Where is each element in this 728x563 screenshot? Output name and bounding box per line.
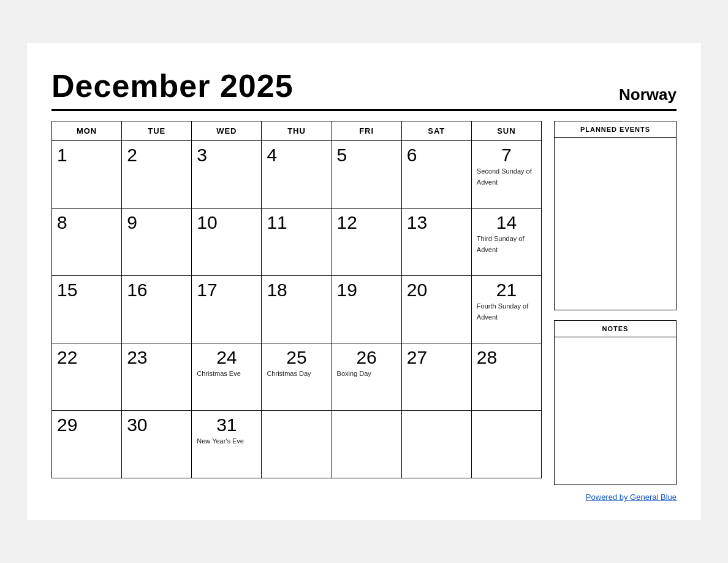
col-sat: SAT	[401, 121, 471, 141]
day-number: 10	[197, 212, 256, 232]
day-number: 5	[337, 145, 396, 165]
day-number: 6	[407, 145, 466, 165]
day-number: 3	[197, 145, 256, 165]
day-number: 23	[127, 347, 186, 367]
calendar-cell: 7Second Sunday of Advent	[471, 141, 541, 209]
calendar-cell: 9	[122, 209, 192, 276]
calendar-section: MON TUE WED THU FRI SAT SUN 1234567Secon…	[51, 121, 542, 502]
day-event-label: New Year's Eve	[197, 437, 244, 445]
day-number: 9	[127, 212, 186, 232]
planned-events-header: PLANNED EVENTS	[555, 121, 676, 138]
calendar-cell: 8	[52, 209, 122, 276]
day-event-label: Fourth Sunday of Advent	[477, 302, 528, 321]
day-number: 24	[197, 347, 256, 367]
day-number: 25	[267, 347, 326, 367]
notes-header: NOTES	[555, 321, 676, 337]
calendar-cell: 12	[332, 209, 401, 276]
calendar-week-row: 293031New Year's Eve	[52, 411, 542, 478]
calendar-cell: 15	[52, 276, 122, 343]
powered-by: Powered by General Blue	[554, 492, 677, 502]
calendar-cell: 28	[471, 343, 541, 411]
calendar-cell: 29	[52, 411, 122, 478]
calendar-cell: 17	[192, 276, 262, 343]
calendar-cell: 26Boxing Day	[332, 343, 401, 411]
notes-body	[555, 337, 676, 484]
day-number: 7	[477, 145, 536, 165]
day-number: 31	[197, 415, 256, 435]
day-number: 1	[57, 145, 116, 165]
calendar-week-row: 1234567Second Sunday of Advent	[52, 141, 542, 209]
calendar-cell: 4	[262, 141, 332, 209]
day-number: 13	[407, 212, 466, 232]
calendar-cell	[332, 411, 401, 478]
col-sun: SUN	[471, 121, 541, 141]
calendar-week-row: 891011121314Third Sunday of Advent	[52, 209, 542, 276]
calendar-week-row: 15161718192021Fourth Sunday of Advent	[52, 276, 542, 343]
calendar-cell: 14Third Sunday of Advent	[471, 209, 541, 276]
day-number: 12	[337, 212, 396, 232]
day-number: 20	[407, 280, 466, 300]
day-number: 17	[197, 280, 256, 300]
col-mon: MON	[52, 121, 122, 141]
day-event-label: Christmas Day	[267, 370, 311, 377]
day-number: 18	[267, 280, 326, 300]
calendar-cell: 27	[401, 343, 471, 411]
day-number: 29	[57, 415, 116, 435]
day-event-label: Christmas Eve	[197, 370, 241, 377]
day-number: 16	[127, 280, 186, 300]
col-wed: WED	[192, 121, 262, 141]
calendar-cell: 2	[122, 141, 192, 209]
country-label: Norway	[619, 85, 677, 104]
day-number: 19	[337, 280, 396, 300]
day-number: 26	[337, 347, 396, 367]
calendar-cell: 11	[262, 209, 332, 276]
day-number: 11	[267, 212, 326, 232]
calendar-cell: 6	[401, 141, 471, 209]
calendar-cell	[401, 411, 471, 478]
calendar-cell: 5	[332, 141, 401, 209]
day-number: 21	[477, 280, 536, 300]
day-number: 14	[477, 212, 536, 232]
col-tue: TUE	[122, 121, 192, 141]
col-fri: FRI	[332, 121, 401, 141]
col-thu: THU	[262, 121, 332, 141]
calendar-header-row: MON TUE WED THU FRI SAT SUN	[52, 121, 542, 141]
calendar-cell: 21Fourth Sunday of Advent	[471, 276, 541, 343]
calendar-week-row: 222324Christmas Eve25Christmas Day26Boxi…	[52, 343, 542, 411]
day-number: 28	[477, 347, 536, 367]
day-number: 22	[57, 347, 116, 367]
calendar-cell: 23	[122, 343, 192, 411]
calendar-cell: 19	[332, 276, 401, 343]
day-number: 4	[267, 145, 326, 165]
calendar-cell: 31New Year's Eve	[192, 411, 262, 478]
calendar-cell: 16	[122, 276, 192, 343]
day-number: 15	[57, 280, 116, 300]
page: December 2025 Norway MON TUE WED THU FRI…	[27, 43, 701, 520]
day-number: 30	[127, 415, 186, 435]
calendar-cell: 24Christmas Eve	[192, 343, 262, 411]
planned-events-body	[555, 138, 676, 310]
calendar-cell: 22	[52, 343, 122, 411]
calendar-cell: 18	[262, 276, 332, 343]
page-header: December 2025 Norway	[51, 67, 677, 111]
calendar-cell: 3	[192, 141, 262, 209]
notes-box: NOTES	[554, 320, 677, 485]
calendar-cell: 20	[401, 276, 471, 343]
calendar-cell	[262, 411, 332, 478]
calendar-cell	[471, 411, 541, 478]
sidebar: PLANNED EVENTS NOTES Powered by General …	[554, 121, 677, 502]
day-number: 2	[127, 145, 186, 165]
day-event-label: Second Sunday of Advent	[477, 167, 532, 186]
calendar-cell: 1	[52, 141, 122, 209]
planned-events-box: PLANNED EVENTS	[554, 121, 677, 310]
calendar-table: MON TUE WED THU FRI SAT SUN 1234567Secon…	[51, 121, 542, 478]
calendar-cell: 30	[122, 411, 192, 478]
page-title: December 2025	[51, 67, 294, 104]
calendar-cell: 13	[401, 209, 471, 276]
powered-by-link[interactable]: Powered by General Blue	[586, 492, 677, 502]
calendar-cell: 10	[192, 209, 262, 276]
day-number: 27	[407, 347, 466, 367]
day-event-label: Boxing Day	[337, 370, 371, 377]
calendar-cell: 25Christmas Day	[262, 343, 332, 411]
day-number: 8	[57, 212, 116, 232]
